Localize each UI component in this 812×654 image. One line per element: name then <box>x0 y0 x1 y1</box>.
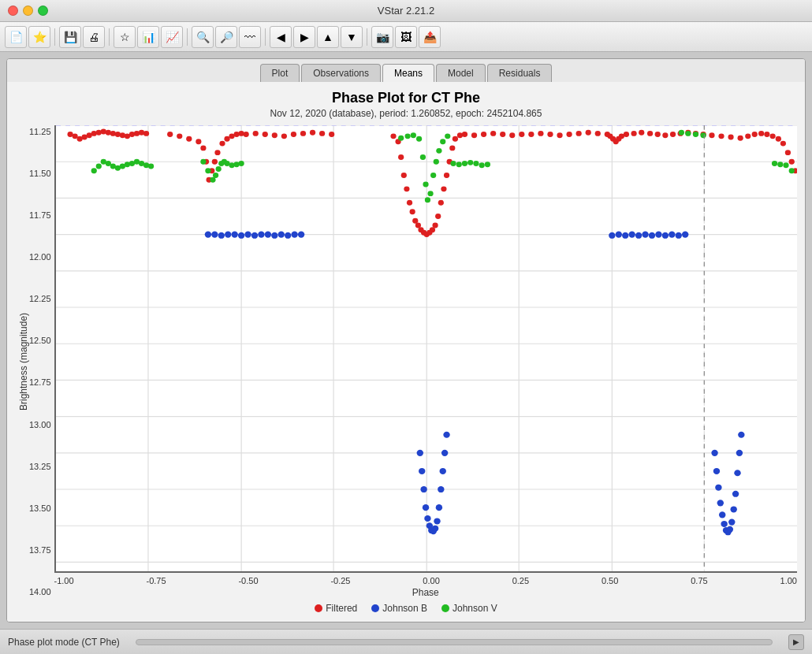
svg-point-120 <box>784 150 790 155</box>
print-button[interactable]: 🖨 <box>83 26 105 48</box>
tab-means[interactable]: Means <box>382 64 434 82</box>
window-controls[interactable] <box>8 6 48 16</box>
tab-residuals[interactable]: Residuals <box>487 64 553 82</box>
svg-point-190 <box>231 232 237 238</box>
svg-point-54 <box>252 131 258 136</box>
svg-point-156 <box>433 159 438 165</box>
svg-point-152 <box>423 182 428 188</box>
export-button[interactable]: 📤 <box>419 26 441 48</box>
star-button[interactable]: ⭐ <box>28 26 50 48</box>
svg-point-28 <box>100 129 106 135</box>
svg-point-126 <box>105 161 110 166</box>
svg-point-209 <box>661 232 668 239</box>
svg-point-139 <box>212 173 218 178</box>
toolbar-sep-1 <box>54 28 55 46</box>
svg-point-30 <box>110 131 115 136</box>
maximize-button[interactable] <box>38 6 48 16</box>
svg-point-157 <box>436 148 441 154</box>
svg-point-146 <box>238 161 244 166</box>
svg-point-254 <box>594 131 600 136</box>
svg-point-49 <box>224 136 229 142</box>
y-axis-label: Brightness (magnitude) <box>15 125 29 598</box>
svg-point-47 <box>214 150 220 155</box>
chart-plot[interactable] <box>54 125 797 573</box>
save-button[interactable]: 💾 <box>59 26 81 48</box>
svg-point-205 <box>635 232 641 239</box>
svg-point-103 <box>662 132 668 138</box>
svg-point-163 <box>467 160 473 165</box>
svg-point-92 <box>519 132 524 137</box>
svg-point-29 <box>105 130 110 136</box>
svg-point-79 <box>438 200 443 206</box>
svg-point-35 <box>133 131 139 136</box>
chart-legend: Filtered Johnson B Johnson V <box>15 603 797 614</box>
svg-point-252 <box>575 131 581 136</box>
nav-next-button[interactable]: ▶ <box>293 26 315 48</box>
svg-point-68 <box>406 200 412 206</box>
svg-point-255 <box>604 132 609 137</box>
svg-point-191 <box>237 232 244 239</box>
svg-point-111 <box>728 135 733 140</box>
svg-point-161 <box>456 162 461 167</box>
svg-point-237 <box>728 519 735 526</box>
svg-point-41 <box>196 139 201 144</box>
close-button[interactable] <box>8 6 18 16</box>
svg-point-201 <box>609 232 615 239</box>
obs-button[interactable]: 📊 <box>137 26 159 48</box>
chart-subtitle: Nov 12, 2020 (database), period: 1.26085… <box>15 108 797 119</box>
svg-point-169 <box>692 132 698 137</box>
svg-point-38 <box>167 132 173 137</box>
fav-button[interactable]: ☆ <box>114 26 136 48</box>
svg-point-170 <box>700 132 706 138</box>
svg-point-241 <box>736 450 742 456</box>
svg-point-189 <box>225 232 231 238</box>
svg-point-187 <box>211 232 218 238</box>
statusbar-button[interactable]: ▶ <box>788 634 804 650</box>
svg-point-207 <box>648 232 654 239</box>
svg-point-198 <box>285 232 291 239</box>
svg-point-247 <box>528 132 534 137</box>
svg-point-145 <box>233 162 239 167</box>
chart-button[interactable]: 📈 <box>161 26 183 48</box>
nav-prev-button[interactable]: ◀ <box>270 26 292 48</box>
nav-up-button[interactable]: ▲ <box>317 26 339 48</box>
svg-point-221 <box>431 526 438 532</box>
svg-point-89 <box>490 131 496 136</box>
svg-point-149 <box>410 132 415 138</box>
toolbar-sep-3 <box>187 28 188 46</box>
image-button[interactable]: 🖼 <box>395 26 417 48</box>
legend-dot-johnson-v <box>441 604 449 612</box>
svg-point-137 <box>205 168 210 173</box>
svg-point-147 <box>398 136 404 141</box>
zoom-out-button[interactable]: 🔎 <box>215 26 237 48</box>
svg-point-116 <box>764 132 769 137</box>
svg-point-39 <box>177 133 182 139</box>
tab-observations[interactable]: Observations <box>301 64 381 82</box>
nav-down-button[interactable]: ▼ <box>341 26 363 48</box>
svg-point-46 <box>211 159 217 165</box>
svg-point-202 <box>615 232 621 238</box>
tab-model[interactable]: Model <box>436 64 486 82</box>
svg-point-112 <box>737 136 743 141</box>
svg-point-57 <box>281 133 286 139</box>
lines-button[interactable]: 〰 <box>239 26 261 48</box>
svg-point-114 <box>751 132 757 137</box>
svg-point-245 <box>783 162 788 168</box>
camera-button[interactable]: 📷 <box>371 26 393 48</box>
svg-point-71 <box>415 223 420 229</box>
svg-point-56 <box>271 132 277 138</box>
svg-point-231 <box>717 500 723 506</box>
svg-point-229 <box>713 468 719 474</box>
svg-point-240 <box>734 470 740 476</box>
svg-point-208 <box>655 232 661 238</box>
svg-point-91 <box>509 132 515 138</box>
tab-plot[interactable]: Plot <box>260 64 300 82</box>
new-file-button[interactable]: 📄 <box>5 26 27 48</box>
svg-point-225 <box>439 468 445 474</box>
chart-area: Phase Plot for CT Phe Nov 12, 2020 (data… <box>7 82 805 622</box>
toolbar: 📄 ⭐ 💾 🖨 ☆ 📊 📈 🔍 🔎 〰 ◀ ▶ ▲ ▼ 📷 🖼 📤 <box>0 22 812 52</box>
zoom-in-button[interactable]: 🔍 <box>192 26 214 48</box>
minimize-button[interactable] <box>23 6 33 16</box>
svg-point-70 <box>412 218 418 224</box>
svg-point-104 <box>669 132 675 137</box>
